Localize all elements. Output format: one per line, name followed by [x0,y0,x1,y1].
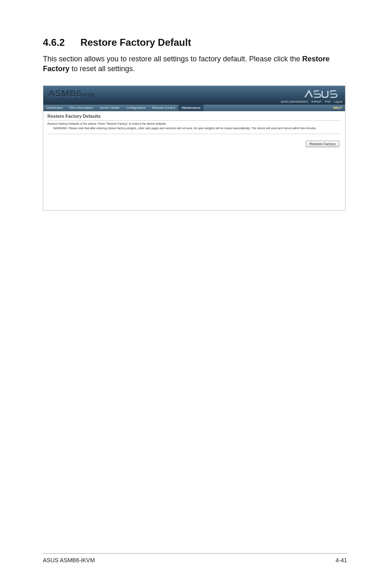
content-panel: Restore Factory Defaults Restore Factory… [43,111,345,151]
section-body: This section allows you to restore all s… [43,54,347,74]
topbar-print[interactable]: Print [325,100,330,103]
body-line1: This section allows you to restore all s… [43,55,302,63]
button-row: Restore Factory [47,141,341,147]
section-title: Restore Factory Default [81,37,191,48]
section-number: 4.6.2 [43,37,78,48]
main-menubar: Dashboard FRU Information Server Health … [43,105,345,111]
product-brand: ASMB6iKVM [48,88,95,99]
panel-description: Restore Factory Defaults of the device. … [47,122,341,125]
menu-configuration[interactable]: Configuration [123,105,149,111]
body-line2: to reset all settings. [69,65,135,73]
topbar-logout[interactable]: Logout [334,100,343,103]
menu-help[interactable]: HELP [333,106,342,110]
footer-left: ASUS ASMB6-iKVM [43,557,95,563]
menu-fru-information[interactable]: FRU Information [66,105,96,111]
document-page: 4.6.2 Restore Factory Default This secti… [0,0,390,588]
panel-warning: WARNING: Please note that after entering… [53,127,341,130]
panel-title: Restore Factory Defaults [47,114,341,119]
menu-remote-control[interactable]: Remote Control [149,105,178,111]
screenshot-frame: ASMB6iKVM admin (Administrator) Refresh … [43,85,345,211]
user-topbar: admin (Administrator) Refresh Print Logo… [281,99,343,105]
page-footer: ASUS ASMB6-iKVM 4-41 [43,553,347,563]
menu-dashboard[interactable]: Dashboard [43,105,66,111]
menu-maintenance[interactable]: Maintenance [178,105,204,111]
brand-main: ASMB6 [48,88,82,99]
asus-logo-svg [304,89,339,99]
section-heading: 4.6.2 Restore Factory Default [43,37,347,48]
app-header: ASMB6iKVM admin (Administrator) Refresh … [43,86,345,105]
divider [47,134,341,134]
topbar-refresh[interactable]: Refresh [312,100,322,103]
menu-server-health[interactable]: Server Health [96,105,123,111]
brand-sub: iKVM [82,92,95,97]
asus-logo [304,89,339,99]
restore-factory-button[interactable]: Restore Factory [306,141,339,147]
topbar-user: admin (Administrator) [281,100,308,103]
divider [47,120,341,121]
footer-right: 4-41 [336,557,347,563]
